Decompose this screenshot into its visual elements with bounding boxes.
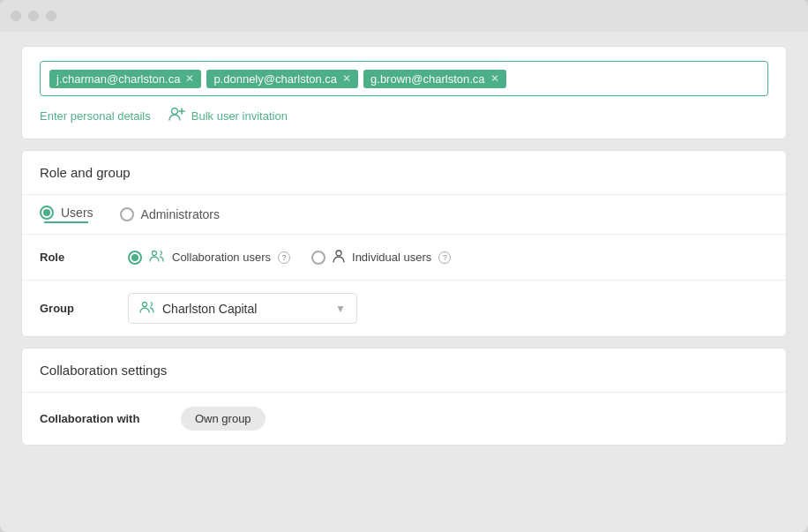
role-options: Collaboration users ? Individual users	[128, 249, 451, 266]
radio-administrators[interactable]	[120, 207, 134, 221]
collab-with-row: Collaboration with Own group	[22, 393, 786, 445]
svg-point-1	[153, 251, 157, 256]
svg-point-2	[336, 251, 341, 256]
collab-with-label: Collaboration with	[40, 412, 181, 425]
tab-administrators-label: Administrators	[141, 207, 220, 221]
radio-users-inner	[43, 209, 50, 216]
role-label: Role	[40, 251, 128, 264]
collaboration-settings-title: Collaboration settings	[22, 348, 786, 393]
email-tag-2-text: g.brown@charlston.ca	[370, 72, 485, 86]
tab-users-underline	[44, 221, 88, 223]
traffic-light-close	[11, 11, 21, 21]
role-individual[interactable]: Individual users ?	[311, 249, 451, 266]
chevron-down-icon: ▼	[335, 303, 346, 315]
role-group-card: Role and group Users Administrators	[21, 150, 787, 337]
window-content: j.charman@charlston.ca ✕ p.donnely@charl…	[0, 32, 808, 532]
email-tag-0-text: j.charman@charlston.ca	[56, 72, 180, 86]
own-group-badge[interactable]: Own group	[181, 407, 266, 431]
email-tag-1-text: p.donnely@charlston.ca	[213, 72, 337, 86]
email-card: j.charman@charlston.ca ✕ p.donnely@charl…	[21, 46, 787, 139]
email-tag-1[interactable]: p.donnely@charlston.ca ✕	[206, 70, 358, 88]
individual-icon	[333, 249, 345, 266]
collaboration-icon	[149, 249, 165, 266]
email-input-box[interactable]: j.charman@charlston.ca ✕ p.donnely@charl…	[40, 61, 768, 96]
email-tag-2[interactable]: g.brown@charlston.ca ✕	[363, 70, 506, 88]
collaboration-settings-card: Collaboration settings Collaboration wit…	[21, 348, 787, 446]
role-collaboration[interactable]: Collaboration users ?	[128, 249, 290, 266]
radio-collaboration[interactable]	[128, 251, 142, 265]
email-tag-1-remove[interactable]: ✕	[342, 72, 351, 85]
individual-users-label: Individual users	[352, 251, 431, 264]
bulk-invite-icon	[168, 107, 186, 124]
role-row: Role	[22, 235, 786, 281]
group-row: Group Charlston Capital	[22, 281, 786, 336]
tab-users-label: Users	[61, 206, 94, 220]
group-icon	[139, 300, 155, 317]
radio-collaboration-inner	[131, 254, 138, 261]
enter-personal-details-link[interactable]: Enter personal details	[40, 109, 151, 123]
email-tag-0[interactable]: j.charman@charlston.ca ✕	[49, 70, 201, 88]
group-value: Charlston Capital	[162, 302, 257, 316]
individual-help-icon[interactable]: ?	[438, 251, 451, 264]
email-tag-2-remove[interactable]: ✕	[490, 72, 499, 85]
tab-row: Users Administrators	[22, 195, 786, 235]
bulk-invite-link[interactable]: Bulk user invitation	[168, 107, 288, 124]
tab-users-wrapper: Users	[40, 206, 94, 223]
group-label: Group	[40, 302, 128, 315]
traffic-light-maximize	[46, 11, 56, 21]
bulk-invite-label: Bulk user invitation	[191, 109, 288, 123]
collaboration-users-label: Collaboration users	[172, 251, 271, 264]
group-select[interactable]: Charlston Capital ▼	[128, 293, 357, 324]
group-select-left: Charlston Capital	[139, 300, 257, 317]
radio-individual[interactable]	[311, 251, 325, 265]
email-actions: Enter personal details Bulk user invitat…	[40, 107, 768, 124]
tab-administrators[interactable]: Administrators	[120, 207, 220, 221]
app-window: j.charman@charlston.ca ✕ p.donnely@charl…	[0, 0, 808, 532]
email-section: j.charman@charlston.ca ✕ p.donnely@charl…	[22, 47, 786, 139]
svg-point-3	[143, 303, 147, 307]
tab-users[interactable]: Users	[40, 206, 94, 220]
traffic-light-minimize	[28, 11, 39, 21]
titlebar	[0, 0, 808, 32]
collaboration-help-icon[interactable]: ?	[278, 251, 290, 264]
role-group-title: Role and group	[22, 151, 786, 195]
email-tag-0-remove[interactable]: ✕	[185, 72, 194, 85]
radio-users[interactable]	[40, 206, 54, 220]
svg-point-0	[171, 109, 177, 115]
